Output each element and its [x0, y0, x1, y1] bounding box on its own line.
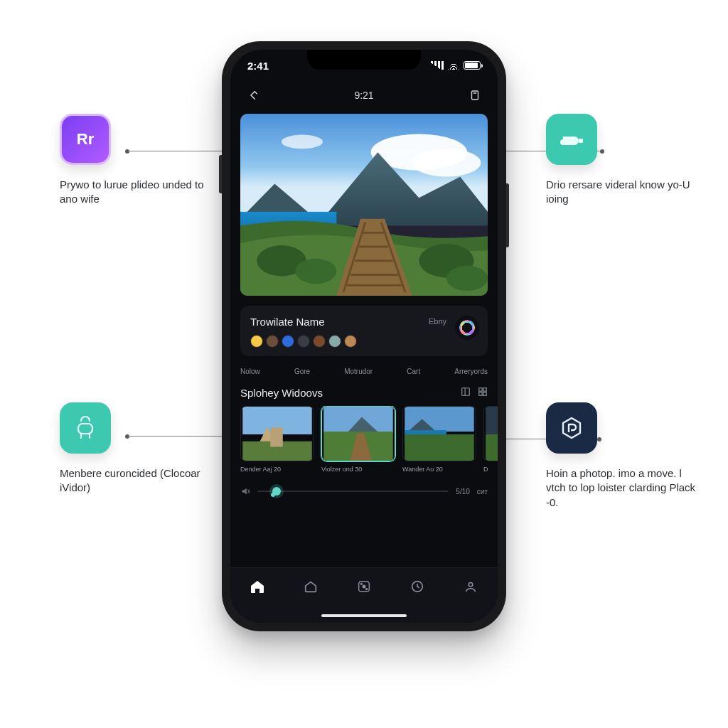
clip-thumbnail[interactable]: Wander Au 20 [402, 406, 476, 473]
icon-text: Rr [77, 130, 94, 149]
timeline-slider-row: 5/10 cит [240, 483, 488, 500]
avatar[interactable] [282, 335, 294, 348]
callout-text: Prywo to lurue plideo unded to ano wife [60, 178, 216, 207]
nav-activity[interactable] [407, 577, 427, 596]
tab-item[interactable]: Gore [294, 368, 310, 375]
wifi-icon [448, 61, 459, 70]
svg-rect-12 [462, 388, 470, 396]
grid-icon[interactable] [478, 387, 488, 399]
callout-top-left: Rr Prywo to lurue plideo unded to ano wi… [60, 114, 216, 207]
clip-thumbnails-row: Dender Aaj 20 Violzer ond 30 Wander Au 2… [240, 406, 498, 473]
app-header: 9:21 [230, 81, 498, 109]
hero-image[interactable] [240, 114, 488, 296]
lens-ring-icon [459, 320, 475, 336]
tab-item[interactable]: Arreryords [454, 368, 488, 375]
svg-point-6 [282, 135, 323, 149]
info-badge: Ebny [429, 317, 446, 326]
tab-item[interactable]: Nolow [240, 368, 260, 375]
avatar[interactable] [313, 335, 326, 348]
bookmark-button[interactable] [466, 87, 483, 104]
timeline-slider[interactable] [257, 483, 449, 500]
slider-track [257, 491, 449, 492]
svg-rect-14 [483, 388, 486, 391]
svg-rect-15 [479, 392, 482, 395]
bullet-icon [546, 114, 597, 165]
svg-point-9 [295, 259, 336, 284]
clip-thumbnail[interactable]: D [483, 406, 498, 473]
svg-point-29 [360, 583, 362, 584]
clip-caption: Violzer ond 30 [321, 466, 395, 473]
nav-explore[interactable] [354, 577, 374, 596]
slider-end-label: cит [477, 488, 488, 496]
section-header: Splohey Widoovs [240, 387, 488, 399]
callout-text: Hoin a photop. imo a move. l vtch to lop… [546, 466, 702, 510]
svg-point-5 [412, 149, 481, 176]
svg-point-32 [469, 583, 473, 587]
nav-profile[interactable] [461, 577, 481, 596]
callout-text: Drio rersare viderаl know yo-U ioing [546, 178, 702, 207]
svg-rect-1 [78, 424, 92, 434]
nav-secondary-home[interactable] [301, 577, 321, 596]
avatar[interactable] [328, 335, 341, 348]
cellular-signal-icon [431, 61, 444, 70]
info-card: Trowilate Name Ebny [240, 306, 488, 356]
mute-icon[interactable] [240, 486, 250, 496]
clip-thumbnail[interactable]: Dender Aaj 20 [240, 406, 314, 473]
callout-bottom-left: Menbere curoncided (Clocoar iVidor) [60, 402, 216, 496]
clip-caption: Wander Au 20 [402, 466, 476, 473]
svg-rect-13 [479, 388, 482, 391]
tab-item[interactable]: Motrudor [344, 368, 373, 375]
bottom-tab-bar [230, 567, 498, 623]
callout-bottom-right: Hoin a photop. imo a move. l vtch to lop… [546, 402, 702, 510]
clip-caption: Dender Aaj 20 [240, 466, 314, 473]
avatar[interactable] [344, 335, 357, 348]
svg-rect-16 [483, 392, 486, 395]
phone-device-frame: 2:41 9:21 [222, 41, 506, 631]
svg-rect-2 [472, 91, 478, 100]
callout-text: Menbere curoncided (Clocoar iVidor) [60, 466, 216, 496]
svg-point-30 [366, 589, 368, 590]
phone-screen: 2:41 9:21 [230, 50, 498, 623]
tab-item[interactable]: Cart [407, 368, 420, 375]
svg-rect-26 [486, 434, 498, 461]
avatar[interactable] [250, 335, 263, 348]
header-title: 9:21 [354, 90, 373, 101]
slider-value-label: 5/10 [456, 488, 469, 496]
svg-rect-19 [270, 427, 283, 446]
premiere-style-icon: Rr [60, 114, 111, 165]
status-time: 2:41 [247, 60, 269, 72]
robot-head-icon [60, 402, 111, 454]
avatar[interactable] [297, 335, 310, 348]
category-tabs: Nolow Gore Motrudor Cart Arreryords [240, 368, 488, 375]
notch [307, 50, 421, 70]
section-title-text: Splohey Widoovs [240, 387, 323, 399]
clip-caption: D [483, 466, 498, 473]
svg-rect-0 [579, 139, 583, 143]
layout-icon[interactable] [461, 387, 471, 399]
battery-icon [464, 61, 481, 70]
clip-thumbnail-selected[interactable]: Violzer ond 30 [321, 406, 395, 473]
nav-home[interactable] [247, 577, 267, 596]
color-lens-button[interactable] [455, 316, 479, 340]
callout-top-right: Drio rersare viderаl know yo-U ioing [546, 114, 702, 207]
avatar[interactable] [266, 335, 279, 348]
hexagon-p-icon [546, 402, 597, 454]
back-button[interactable] [245, 87, 262, 104]
collaborator-avatars[interactable] [250, 335, 478, 348]
svg-point-11 [446, 266, 488, 291]
svg-point-28 [363, 585, 365, 588]
home-indicator [321, 614, 407, 617]
svg-rect-24 [405, 434, 473, 461]
